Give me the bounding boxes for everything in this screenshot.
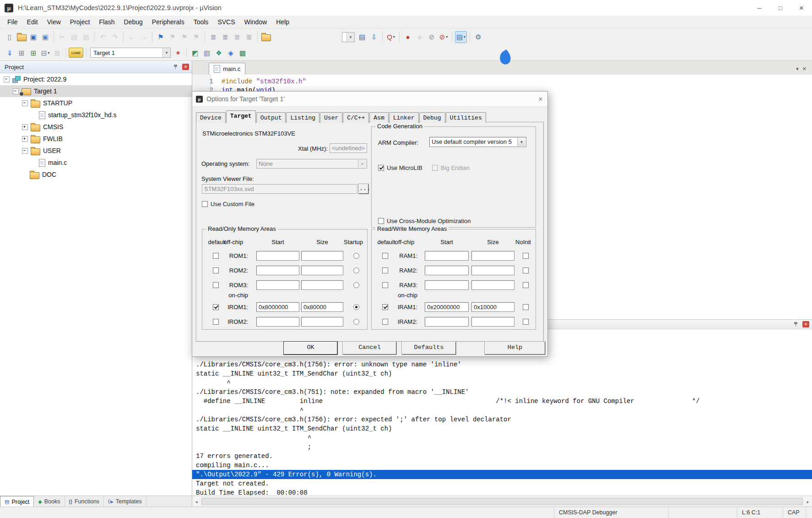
rom-irom2-startup-radio[interactable] [353,319,359,325]
collapse-icon[interactable] [22,148,28,154]
breakpoint-kill-all-icon[interactable]: ⊘▾ [438,32,449,43]
menu-item-svcs[interactable]: SVCS [213,16,239,28]
file-filter[interactable]: ▾ [342,32,355,42]
bookmark-next-icon[interactable]: ⚑ [179,32,190,43]
ram-ram2-noinit-checkbox[interactable] [523,267,529,273]
scroll-left-icon[interactable]: ◂ [192,499,200,504]
redo-icon[interactable]: ↷ [109,32,120,43]
dialog-tab-debug[interactable]: Debug [419,112,445,123]
ram-ram3-default-checkbox[interactable] [382,282,388,288]
tree-item-target-1[interactable]: Target 1 [0,85,192,97]
find-in-files-icon[interactable] [260,32,271,43]
menu-item-view[interactable]: View [43,16,65,28]
dialog-tab-asm[interactable]: Asm [369,112,388,123]
breakpoint-enable-icon[interactable]: ○ [414,32,425,43]
paste-icon[interactable]: ▥ [81,32,92,43]
save-all-icon[interactable]: ▣ [40,32,51,43]
chevron-down-icon[interactable]: ▾ [796,66,799,72]
horizontal-scrollbar[interactable]: ◂ ▸ [192,496,812,507]
editor-tab-main-c[interactable]: main.c [209,63,245,75]
xtal-input[interactable]: <undefined> [330,143,367,153]
pack-installer-icon[interactable]: ▩ [237,47,248,58]
scroll-right-icon[interactable]: ▸ [804,499,812,504]
dialog-tab-device[interactable]: Device [196,112,226,123]
ram-iram2-size-input[interactable] [471,317,514,327]
ram-ram2-start-input[interactable] [425,266,469,275]
rom-irom2-default-checkbox[interactable] [213,319,219,325]
minimize-icon[interactable]: ─ [749,0,770,16]
rom-irom1-size-input[interactable]: 0x80000 [301,302,343,312]
indent-right-icon[interactable]: ≣ [220,32,231,43]
collapse-icon[interactable] [22,100,28,106]
close-icon[interactable]: ✕ [534,96,547,103]
component-viewer-icon[interactable]: ❖ [213,47,224,58]
expand-icon[interactable] [22,124,28,130]
manage-run-time-environment-icon[interactable]: ◩ [189,47,200,58]
close-icon[interactable]: ✕ [802,66,807,72]
rom-irom1-default-checkbox[interactable] [213,304,219,310]
nav-back-icon[interactable]: ← [126,32,137,43]
arm-compiler-select[interactable]: Use default compiler version 5 ▾ [429,137,526,147]
rom-irom2-size-input[interactable] [301,317,343,327]
stop-build-icon[interactable]: ⊠ [52,47,63,58]
maximize-icon[interactable]: □ [770,0,791,16]
options-for-target-icon[interactable]: ✶ [173,47,184,58]
build-icon[interactable]: ⊞ [16,47,27,58]
dialog-tab-target[interactable]: Target [226,110,256,123]
pin-icon[interactable] [793,322,799,327]
ram-ram2-default-checkbox[interactable] [382,267,388,273]
tree-item-startup[interactable]: STARTUP [0,97,192,109]
find-icon[interactable]: Q▾ [385,32,396,43]
breakpoint-toggle-icon[interactable]: ● [402,32,413,43]
bookmark-prev-icon[interactable]: ⚑ [167,32,178,43]
dialog-titlebar[interactable]: µ Options for Target 'Target 1' ✕ [192,92,547,107]
rom-irom2-start-input[interactable] [256,317,299,327]
dialog-tab-listing[interactable]: Listing [286,112,319,123]
bookmark-toggle-icon[interactable]: ⚑ [155,32,166,43]
tree-item-startup-stm32f10x-hd-s[interactable]: startup_stm32f10x_hd.s [0,109,192,121]
cross-module-optimization-checkbox[interactable]: Use Cross-Module Optimization [378,218,471,224]
rom-irom1-startup-radio[interactable] [353,304,359,310]
menu-item-peripherals[interactable]: Peripherals [147,16,189,28]
ram-iram2-start-input[interactable] [425,317,469,327]
panel-tab-project[interactable]: ▤Project [0,496,34,507]
rebuild-icon[interactable]: ⊞ [28,47,39,58]
use-custom-file-checkbox[interactable]: Use Custom File [202,201,254,207]
dialog-tab-user[interactable]: User [320,112,342,123]
scrollbar-thumb[interactable] [201,498,803,505]
rom-rom1-start-input[interactable] [256,251,299,261]
uncomment-selection-icon[interactable]: ≣ [244,32,254,43]
rom-rom3-startup-radio[interactable] [353,282,359,288]
dialog-tab-linker[interactable]: Linker [389,112,419,123]
function-filter-icon[interactable]: ◈ [225,47,236,58]
ram-iram2-default-checkbox[interactable] [382,319,388,325]
nav-forward-icon[interactable]: → [138,32,149,43]
ram-ram1-size-input[interactable] [471,251,514,261]
rom-rom1-default-checkbox[interactable] [213,253,219,259]
collapse-icon[interactable] [4,76,10,82]
ram-ram1-noinit-checkbox[interactable] [523,253,529,259]
system-viewer-file-input[interactable]: STM32F103xx.svd [202,184,357,194]
tree-item-main-c[interactable]: main.c [0,157,192,169]
cancel-button[interactable]: Cancel [343,342,396,354]
menu-item-file[interactable]: File [3,16,22,28]
rom-rom2-start-input[interactable] [256,266,299,275]
browse-button[interactable]: ... [359,184,368,194]
dialog-tab-utilities[interactable]: Utilities [446,112,486,123]
breakpoint-disable-all-icon[interactable]: ⊘ [426,32,437,43]
panel-tab-templates[interactable]: 0▸Templates [104,496,146,507]
comment-selection-icon[interactable]: ≣ [232,32,243,43]
rom-rom2-size-input[interactable] [301,266,343,275]
batch-build-icon[interactable]: ⊟▾ [40,47,51,58]
dialog-tab-c-c[interactable]: C/C++ [343,112,369,123]
collapse-icon[interactable] [13,88,19,94]
dialog-tab-output[interactable]: Output [256,112,286,123]
cut-icon[interactable]: ✂ [57,32,68,43]
ram-ram1-start-input[interactable] [425,251,469,261]
ram-iram2-noinit-checkbox[interactable] [523,319,529,325]
rom-rom2-startup-radio[interactable] [353,267,359,273]
menu-item-project[interactable]: Project [65,16,95,28]
ok-button[interactable]: OK [284,342,337,354]
ram-ram3-size-input[interactable] [471,280,514,290]
tree-item-doc[interactable]: DOC [0,169,192,180]
